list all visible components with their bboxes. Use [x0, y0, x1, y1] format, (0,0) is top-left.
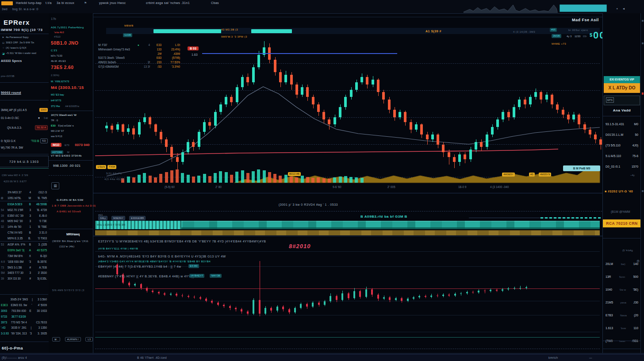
bottom-statusbar: (5)/--------- arcu 4 B 46 'ITtwrt .4D-ic… [0, 354, 644, 361]
eps-box[interactable]: EPS [604, 96, 640, 105]
mid-filter-pill[interactable]: G4Ly [98, 216, 107, 220]
right-data-row[interactable]: D01'20.1.L.M 50 [603, 129, 641, 140]
promo-banner[interactable]: X L ATDy DO [604, 83, 640, 93]
right-data-row[interactable]: D0_03 /0.1 1570 [603, 161, 641, 172]
right-sidebar: EXI EVENTOS VIP X L ATDy DO EPS Ana Vadd… [602, 13, 641, 353]
orange-alert-row[interactable]: ■ #3202 UY-G '40 [605, 189, 633, 193]
mid-filter-pill[interactable]: M3E3%Y [111, 216, 125, 220]
edge-mark-1 [642, 20, 644, 22]
mid-filter-pill[interactable]: E3331E3B5 [129, 216, 146, 220]
status-text-2: B 46 'ITtwrt .4D-iced [137, 356, 167, 359]
eps-tag: EPS [606, 97, 614, 103]
quote-row[interactable]: 21M5 ywva J30 [603, 296, 641, 309]
edge-mark-red [642, 92, 644, 95]
right-edge-strip[interactable] [640, 13, 644, 353]
signal-ribbon-left: M3u 1 E3M3 4 '3Y3| 3M [95, 221, 181, 229]
quote-row[interactable]: 1.613 'bvw 110 [603, 322, 641, 334]
quote-row[interactable]: 1040 '0w w '5E) [603, 283, 641, 296]
right-data-row[interactable]: (73 5/5.110 4J0) [603, 140, 641, 150]
status-text-1: (5)/--------- arcu 4 [2, 356, 27, 359]
quote-row[interactable]: 20LM bw) 140 [603, 257, 641, 270]
grey-row: (B1M @%MM [611, 210, 630, 214]
quote-rows: 20LM bw) 140 13R 5cnn 500 1040 '0w w '5E… [603, 257, 641, 347]
rca-banner[interactable]: RCA 70210 CRN [603, 219, 641, 227]
small-note: (5 '4-b4g [622, 249, 633, 252]
tiny-note: ~4y [630, 173, 635, 177]
right-data-row[interactable]: 93.1.5-31.431 M0 [603, 119, 641, 129]
quote-row[interactable]: 13R 5cnn 500 [603, 270, 641, 283]
right-data-row[interactable]: 5.U A/5.110 75-6 [603, 150, 641, 161]
status-text-4: — [589, 356, 592, 359]
mid-cyan-note: B A09B3.rfd ba bf G3M B [360, 215, 407, 219]
vip-banner[interactable]: EXI EVENTOS VIP [604, 76, 640, 83]
trading-terminal: Harkdd tunp-bap t.t/a 3a bi ecoux ⚑ ypwo… [0, 0, 644, 361]
edge-mark-2 [642, 42, 644, 44]
mid-pills: G4LyM3E3%YE3331E3B5 [0, 0, 644, 361]
quote-row[interactable]: E7B3 Nwva (20 [603, 309, 641, 322]
teal-dash-row [540, 212, 607, 220]
right-panel-header: Ana Vadd [603, 108, 641, 112]
edge-mark-3 [642, 190, 644, 192]
ana-rows: 93.1.5-31.431 M0 D01'20.1.L.M 50 (73 5/5… [603, 119, 641, 172]
status-text-3: kmrich [548, 356, 558, 359]
signal-band-olive [95, 230, 600, 235]
